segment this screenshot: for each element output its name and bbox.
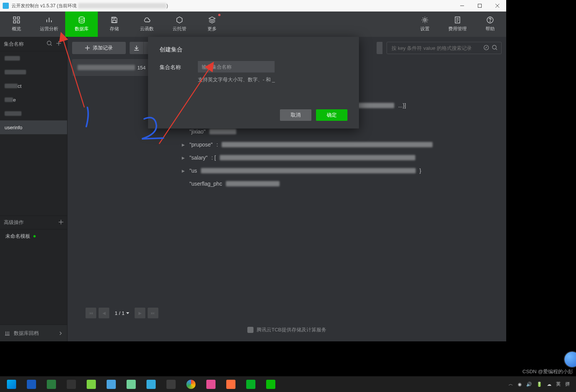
nav-more[interactable]: 更多 <box>196 12 228 37</box>
svg-line-38 <box>485 47 487 48</box>
taskbar-app[interactable] <box>122 377 140 392</box>
nav-cloud-functions[interactable]: 云函数 <box>130 12 163 37</box>
sidebar: 集合名称 ct e userinfo 高级操作 未命名模板 <box>0 37 67 341</box>
collection-item-userinfo[interactable]: userinfo <box>0 120 67 134</box>
tray-volume-icon[interactable]: 🔊 <box>526 382 532 387</box>
taskbar-app[interactable] <box>202 377 220 392</box>
database-icon <box>77 16 86 24</box>
ime-indicator-2[interactable]: 拼 <box>565 381 570 387</box>
nav-label: 存储 <box>110 26 119 32</box>
tray-cloud-icon[interactable]: ☁ <box>547 382 551 387</box>
collection-name-input[interactable] <box>198 61 275 72</box>
collection-item[interactable]: e <box>0 93 67 107</box>
search-input[interactable] <box>391 45 482 51</box>
sidebar-advanced-header[interactable]: 高级操作 <box>0 216 67 229</box>
taskbar-app[interactable] <box>242 377 260 392</box>
search-box[interactable] <box>387 42 502 54</box>
svg-point-39 <box>492 45 496 49</box>
taskbar-app[interactable] <box>42 377 61 392</box>
json-row[interactable]: ▶ "prupose": <box>181 138 502 151</box>
modal-ok-button[interactable]: 确定 <box>316 109 347 121</box>
app-icon <box>3 3 9 9</box>
taskbar-app[interactable] <box>102 377 120 392</box>
close-button[interactable] <box>489 0 506 12</box>
system-tray[interactable]: ︿ ◉ 🔊 🔋 ☁ 英 拼 <box>509 381 574 387</box>
taskbar-app[interactable] <box>142 377 160 392</box>
nav-label: 帮助 <box>485 26 495 32</box>
modal-cancel-button[interactable]: 取消 <box>280 109 311 121</box>
taskbar-app[interactable] <box>62 377 81 392</box>
add-record-button[interactable]: 添加记录 <box>72 42 126 54</box>
svg-rect-1 <box>478 4 482 8</box>
main-nav: 概览 运营分析 数据库 存储 云函数 云托管 <box>0 12 506 37</box>
receipt-icon <box>453 16 462 24</box>
rollback-icon <box>5 331 10 336</box>
gear-icon <box>420 16 430 24</box>
taskbar-app[interactable] <box>222 377 240 392</box>
expand-icon[interactable]: ▶ <box>181 143 186 147</box>
svg-point-11 <box>79 17 84 19</box>
tray-wifi-icon[interactable]: ◉ <box>518 382 522 387</box>
search-icon[interactable] <box>45 41 54 47</box>
notification-dot <box>218 14 221 16</box>
json-row[interactable]: ▶ "us } <box>181 164 502 177</box>
svg-point-23 <box>47 41 51 45</box>
json-blurred-value <box>209 129 236 134</box>
add-record-label: 添加记录 <box>93 44 113 51</box>
nav-label: 概览 <box>12 26 21 32</box>
pager-prev-button[interactable]: ◀ <box>99 308 109 318</box>
svg-point-22 <box>490 21 490 21</box>
collection-item[interactable]: ct <box>0 79 67 93</box>
json-row[interactable]: "userflag_phc <box>181 177 502 190</box>
json-blurred-value <box>201 168 416 173</box>
taskbar-app[interactable] <box>82 377 100 392</box>
pager-first-button[interactable]: ⏮ <box>86 308 96 318</box>
nav-billing[interactable]: 费用管理 <box>441 12 474 37</box>
search-icon[interactable] <box>490 45 499 51</box>
taskbar-app[interactable] <box>262 377 280 392</box>
nav-label: 运营分析 <box>40 26 58 32</box>
sidebar-template-item[interactable]: 未命名模板 <box>0 229 67 243</box>
nav-database[interactable]: 数据库 <box>65 12 98 37</box>
template-label: 未命名模板 <box>5 233 30 240</box>
svg-point-16 <box>424 19 426 21</box>
svg-rect-6 <box>13 21 16 23</box>
expand-icon[interactable]: ▶ <box>181 169 186 173</box>
collection-list: ct e userinfo <box>0 51 67 134</box>
maximize-button[interactable] <box>471 0 489 12</box>
ime-indicator[interactable]: 英 <box>556 381 561 387</box>
plus-icon[interactable] <box>59 220 63 226</box>
download-button[interactable] <box>130 42 143 54</box>
nav-help[interactable]: 帮助 <box>474 12 506 37</box>
json-blurred-value <box>226 181 280 186</box>
tray-chevron-icon[interactable]: ︿ <box>509 381 513 387</box>
tray-battery-icon[interactable]: 🔋 <box>537 382 542 387</box>
pager-last-button[interactable]: ⏭ <box>148 308 158 318</box>
window-title-paren: ) <box>166 3 168 8</box>
expand-icon[interactable]: ▶ <box>181 156 186 160</box>
taskbar-app[interactable] <box>182 377 200 392</box>
clear-icon[interactable] <box>482 45 490 51</box>
sidebar-bottom-rollback[interactable]: 数据库回档 <box>0 324 67 341</box>
add-collection-icon[interactable] <box>54 41 63 47</box>
green-dot-icon <box>33 235 36 237</box>
sidebar-header-label: 集合名称 <box>4 41 45 48</box>
taskbar-start[interactable] <box>2 377 21 392</box>
tcb-icon <box>247 327 253 333</box>
taskbar-app[interactable] <box>162 377 180 392</box>
collection-item[interactable] <box>0 107 67 120</box>
modal-field-label: 集合名称 <box>160 61 198 73</box>
nav-cloudrun[interactable]: 云托管 <box>163 12 196 37</box>
nav-overview[interactable]: 概览 <box>0 12 33 37</box>
json-row[interactable]: ▶ "salary": [ <box>181 151 502 164</box>
collection-item[interactable] <box>0 51 67 65</box>
minimize-button[interactable] <box>453 0 471 12</box>
collection-item[interactable] <box>0 65 67 79</box>
nav-storage[interactable]: 存储 <box>98 12 130 37</box>
taskbar-app[interactable] <box>22 377 41 392</box>
pager-next-button[interactable]: ▶ <box>135 308 145 318</box>
nav-analytics[interactable]: 运营分析 <box>33 12 65 37</box>
create-collection-modal: 创建集合 集合名称 支持英文字母大小写、数字、- 和 _ 取消 确定 <box>148 37 359 128</box>
nav-settings[interactable]: 设置 <box>408 12 441 37</box>
svg-marker-14 <box>177 17 182 23</box>
